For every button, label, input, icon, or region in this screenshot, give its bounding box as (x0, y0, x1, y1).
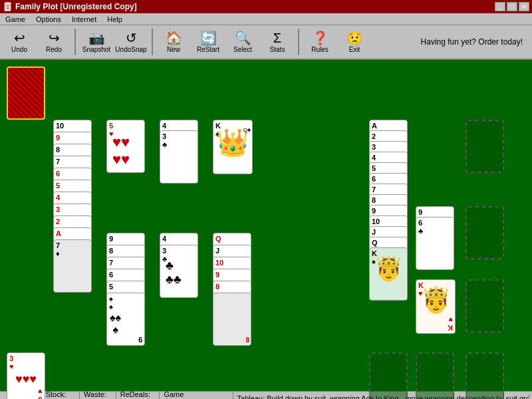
minimize-button[interactable]: _ (495, 2, 505, 11)
stats-icon: Σ (273, 31, 281, 45)
restart-icon: 🔄 (200, 31, 217, 45)
col2-card-5h[interactable]: 5♥ ♥♥♥♥♥ (106, 120, 145, 173)
restart-label: ReStart (197, 46, 219, 53)
empty-slot-6[interactable] (369, 352, 408, 399)
undosnap-label: UndoSnap (115, 46, 146, 53)
status-waste: Waste: 3 (80, 390, 116, 400)
toolbar: ↩ Undo ↪ Redo 📷 Snapshot ↺ UndoSnap 🏠 Ne… (0, 25, 532, 60)
restart-button[interactable]: 🔄 ReStart (192, 27, 225, 57)
snapshot-icon: 📷 (88, 31, 105, 45)
snapshot-button[interactable]: 📷 Snapshot (80, 27, 113, 57)
new-label: New (167, 46, 180, 53)
empty-slot-4[interactable] (466, 352, 504, 399)
stock-pile[interactable] (7, 66, 45, 120)
title-bar-controls: _ □ ✕ (495, 2, 529, 11)
empty-slot-1[interactable] (466, 120, 504, 173)
rules-icon: ❓ (312, 31, 329, 45)
col5-king[interactable]: K♣ 👑 Q♣ (213, 120, 253, 174)
redo-button[interactable]: ↪ Redo (37, 27, 70, 57)
exit-label: Exit (349, 46, 360, 53)
waste-rank: 3♥ (9, 354, 14, 370)
redo-icon: ↪ (49, 31, 60, 45)
maximize-button[interactable]: □ (507, 2, 517, 11)
column-4[interactable]: 4♣ ♣♣♣♣ 3♣ ♣♣♣ (160, 233, 198, 286)
status-stock: Stock: 33 (42, 390, 80, 400)
undo-icon: ↩ (14, 31, 25, 45)
stats-button[interactable]: Σ Stats (261, 27, 294, 57)
empty-slot-3[interactable] (466, 279, 504, 332)
toolbar-sep-2 (152, 29, 153, 55)
column-4c[interactable]: 4♣ 3♣ (160, 120, 198, 173)
select-button[interactable]: 🔍 Select (226, 27, 259, 57)
status-redeals: ReDeals: 0 (116, 390, 160, 400)
toolbar-info: Having fun yet? Order today! (372, 37, 529, 47)
title-bar-title: 🃏 Family Plot [Unregistered Copy] (3, 2, 137, 11)
title-bar: 🃏 Family Plot [Unregistered Copy] _ □ ✕ (0, 0, 532, 13)
undo-button[interactable]: ↩ Undo (3, 27, 36, 57)
status-game: Game #1877234560 (160, 390, 233, 400)
exit-button[interactable]: 😟 Exit (338, 27, 371, 57)
found3-k[interactable]: K♥ 🤴 K♥ (416, 279, 456, 334)
waste-pile[interactable]: 3♥ ♥♥♥ 3♥ (7, 352, 45, 399)
column-1[interactable]: 10♠ 9♦ 8♣ 7♠ 6♥ 5♦ 4♦ 3♦ 2♦ A♦ 7♦ (53, 120, 92, 173)
col4-card-3[interactable]: 3♣ ♣♣♣ (160, 245, 198, 298)
waste-center: ♥♥♥ (15, 372, 37, 386)
found2-6[interactable]: 6♣ (416, 217, 454, 270)
menu-internet[interactable]: Internet (66, 14, 102, 25)
foundation-1[interactable]: A♠ 2♠ 3♠ 4♠ 5♠ 6♠ 7♠ 8♠ 9♠ 10♠ J♠ (369, 120, 408, 173)
snapshot-label: Snapshot (82, 46, 110, 53)
new-icon: 🏠 (166, 31, 182, 45)
select-label: Select (233, 46, 252, 53)
col3-card-hearts[interactable]: ♠♠ ♠♠ ♠ 9 (106, 293, 145, 346)
menu-help[interactable]: Help (102, 14, 128, 25)
undo-label: Undo (11, 46, 27, 53)
app-icon: 🃏 (3, 2, 13, 11)
exit-icon: 😟 (346, 31, 363, 45)
menu-game[interactable]: Game (0, 14, 31, 25)
toolbar-sep-1 (74, 29, 76, 55)
col4c-3[interactable]: 3♣ (160, 130, 198, 184)
menu-options[interactable]: Options (31, 14, 66, 25)
stats-label: Stats (270, 46, 285, 53)
undosnap-button[interactable]: ↺ UndoSnap (114, 27, 148, 57)
menu-bar: Game Options Internet Help (0, 13, 532, 25)
close-button[interactable]: ✕ (519, 2, 529, 11)
game-area[interactable]: 3♥ ♥♥♥ 3♥ 10♠ 9♦ 8♣ 7♠ 6♥ 5♦ 4♦ 3♦ (0, 60, 532, 391)
foundation-2[interactable]: 9♣ ♣♣♣♣♣♣♣♣♣ 6♣ (416, 206, 454, 259)
found1-k[interactable]: K♠ 🤴 (369, 247, 408, 301)
redo-label: Redo (46, 46, 62, 53)
select-icon: 🔍 (235, 31, 251, 45)
undosnap-icon: ↺ (126, 31, 137, 45)
col1-card-7b[interactable]: 7♦ (53, 239, 92, 293)
column-3[interactable]: 9♠ 8♠ 7♣ 6♣ 5♠ ♠♠ ♠♠ ♠ 9 (106, 233, 145, 286)
column-5b[interactable]: Q♦ J♠ 10♦ 9♦ 8♦ 8 (213, 233, 251, 286)
col5-8b[interactable]: 8 (213, 293, 251, 346)
rules-label: Rules (311, 46, 329, 53)
empty-slot-5[interactable] (416, 352, 454, 399)
rules-button[interactable]: ❓ Rules (303, 27, 336, 57)
empty-slot-2[interactable] (466, 206, 504, 259)
toolbar-sep-3 (298, 29, 299, 55)
new-button[interactable]: 🏠 New (157, 27, 190, 57)
